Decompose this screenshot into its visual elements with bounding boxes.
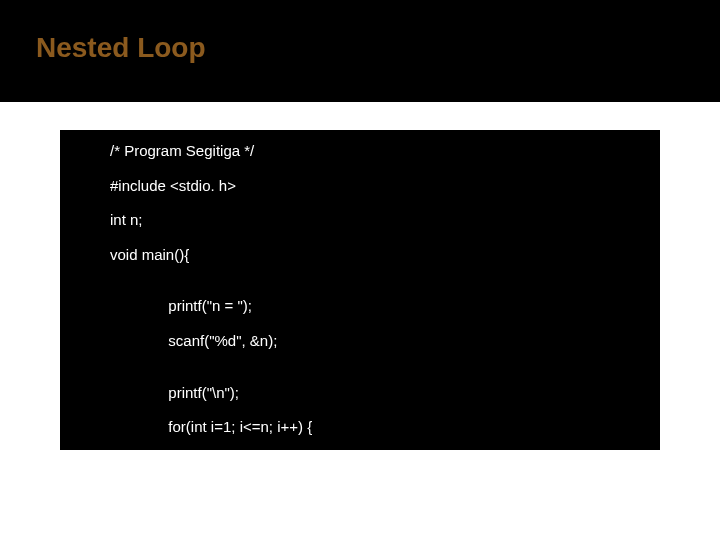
code-block: /* Program Segitiga */ #include <stdio. … <box>60 130 660 450</box>
code-line: for(int j=1; j<=i ; j++) { <box>60 453 660 470</box>
code-line: scanf("%d", &n); <box>60 332 660 349</box>
page-title: Nested Loop <box>36 32 206 64</box>
code-line: void main(){ <box>60 246 660 263</box>
title-bar: Nested Loop <box>0 0 720 100</box>
code-line: printf("\n"); <box>60 384 660 401</box>
code-line: int n; <box>60 211 660 228</box>
code-line: printf("*"); <box>60 487 660 504</box>
code-line: printf("n = "); <box>60 297 660 314</box>
code-line: /* Program Segitiga */ <box>60 142 660 159</box>
code-pre: /* Program Segitiga */ #include <stdio. … <box>60 142 660 540</box>
code-line: } <box>60 522 660 539</box>
code-line: #include <stdio. h> <box>60 177 660 194</box>
slide: Nested Loop /* Program Segitiga */ #incl… <box>0 0 720 540</box>
code-line: for(int i=1; i<=n; i++) { <box>60 418 660 435</box>
title-divider <box>0 100 720 102</box>
